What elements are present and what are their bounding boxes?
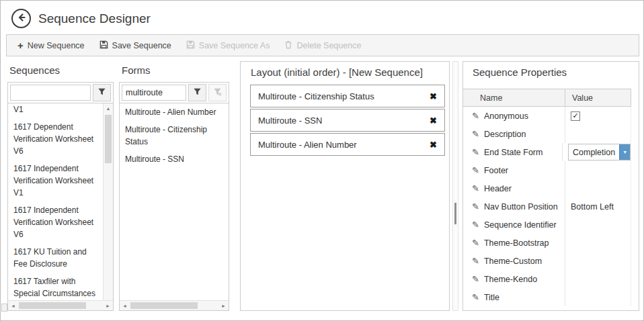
save-icon (99, 40, 108, 51)
horizontal-scroll-thumb[interactable] (130, 302, 198, 309)
panel-splitter[interactable] (452, 61, 458, 311)
property-name: Theme-Bootstrap (484, 238, 549, 248)
forms-panel-title: Forms (122, 64, 151, 76)
scroll-left-icon[interactable]: ◄ (120, 301, 130, 311)
remove-icon[interactable]: ✖ (430, 116, 437, 125)
new-sequence-button[interactable]: + New Sequence (11, 37, 91, 54)
edit-icon[interactable]: ✎ (472, 165, 479, 175)
horizontal-scroll-thumb[interactable] (19, 302, 86, 309)
property-name: Anonymous (484, 111, 528, 121)
layout-items: Multiroute - Citizenship Status ✖ Multir… (250, 85, 445, 157)
property-value (565, 270, 631, 288)
remove-icon[interactable]: ✖ (430, 140, 437, 149)
edit-icon[interactable]: ✎ (472, 256, 479, 266)
property-row: ✎Nav Button Position Bottom Left (463, 197, 631, 216)
forms-filter-button[interactable] (188, 84, 206, 101)
layout-item[interactable]: Multiroute - Citizenship Status ✖ (250, 85, 445, 107)
list-item[interactable]: 1617 KU Tuition and Fee Disclosure (8, 243, 103, 273)
property-row: ✎Sequence Identifier (463, 216, 631, 234)
edit-icon[interactable]: ✎ (472, 274, 479, 284)
forms-search-row (119, 82, 229, 103)
properties-panel-title: Sequence Properties (473, 66, 567, 78)
property-value (565, 288, 631, 306)
edit-icon[interactable]: ✎ (472, 183, 479, 193)
edit-icon[interactable]: ✎ (472, 111, 479, 121)
vertical-scroll-thumb[interactable] (105, 115, 112, 163)
column-header-name: Name (463, 89, 565, 106)
layout-item[interactable]: Multiroute - Alien Number ✖ (250, 133, 445, 156)
sequence-designer-page: Sequence Designer + New Sequence Save Se… (0, 0, 644, 321)
property-value (565, 234, 631, 252)
list-item[interactable]: 1617 Dependent Verification Worksheet V6 (8, 118, 103, 160)
scroll-up-icon[interactable]: ▲ (104, 103, 113, 113)
edit-icon[interactable]: ✎ (472, 238, 479, 248)
layout-item[interactable]: Multiroute - SSN ✖ (250, 109, 445, 132)
property-row: ✎End State Form Completion ▼ (463, 143, 631, 161)
list-item[interactable]: Multiroute - Alien Number (120, 103, 229, 121)
forms-search-input[interactable] (122, 85, 186, 101)
property-row: ✎Theme-Bootstrap (463, 234, 631, 252)
property-name: Theme-Kendo (484, 275, 537, 284)
forms-list-content: Multiroute - Alien Number Multiroute - C… (120, 103, 229, 300)
horizontal-scrollbar[interactable]: ◄ ► (8, 300, 113, 310)
list-item[interactable]: Multiroute - SSN (120, 150, 229, 168)
list-item[interactable]: 1617 Dependent Verification Worksheet V1 (8, 103, 103, 118)
edit-icon[interactable]: ✎ (472, 147, 479, 157)
anonymous-checkbox[interactable]: ✓ (571, 111, 580, 121)
forms-list: Multiroute - Alien Number Multiroute - C… (119, 103, 229, 311)
layout-item-label: Multiroute - SSN (258, 116, 430, 126)
new-sequence-label: New Sequence (28, 41, 85, 50)
edit-icon[interactable]: ✎ (472, 129, 479, 139)
save-as-icon (186, 40, 195, 51)
property-row: ✎Description (463, 125, 631, 143)
sequences-panel-title: Sequences (9, 64, 60, 76)
remove-icon[interactable]: ✖ (430, 92, 437, 101)
back-button[interactable] (11, 9, 31, 28)
vertical-scrollbar[interactable]: ▲ (103, 103, 113, 300)
property-row: ✎Footer (463, 161, 631, 179)
sequences-list: 1617 Dependent Verification Worksheet V1… (7, 103, 114, 311)
property-name: Header (484, 184, 512, 193)
property-name: Nav Button Position (484, 202, 558, 212)
save-sequence-button[interactable]: Save Sequence (93, 37, 178, 54)
list-item[interactable]: 1617 Independent Verification Worksheet … (8, 201, 103, 243)
properties-panel: Sequence Properties Name Value ✎Anonymou… (462, 61, 639, 311)
plus-icon: + (17, 40, 24, 50)
splitter-grip-icon (454, 203, 456, 224)
sequences-list-content: 1617 Dependent Verification Worksheet V1… (8, 103, 103, 300)
layout-item-label: Multiroute - Citizenship Status (258, 91, 430, 101)
property-row: ✎Header (463, 179, 631, 197)
save-sequence-label: Save Sequence (112, 41, 171, 50)
scrollbar-fragment (1, 304, 7, 312)
property-value (565, 252, 631, 270)
forms-clear-filter-button (208, 84, 227, 101)
save-sequence-as-button: Save Sequence As (179, 37, 277, 54)
list-item[interactable]: 1617 Taxfiler with Special Circumstances (8, 273, 103, 300)
property-name: Theme-Custom (484, 257, 542, 266)
dropdown-value: Completion (569, 148, 619, 157)
layout-item-label: Multiroute - Alien Number (258, 140, 430, 150)
scroll-right-icon[interactable]: ► (218, 301, 229, 311)
filter-icon (193, 87, 202, 98)
edit-icon[interactable]: ✎ (472, 292, 479, 302)
property-row: ✎Anonymous ✓ (463, 107, 631, 125)
scroll-right-icon[interactable]: ► (103, 301, 113, 311)
property-value: Bottom Left (565, 197, 631, 216)
end-state-form-dropdown[interactable]: Completion ▼ (568, 144, 631, 160)
properties-table-header: Name Value (463, 89, 631, 107)
layout-panel: Layout (initial order) - [New Sequence] … (240, 61, 450, 311)
property-name: End State Form (484, 148, 543, 157)
toolbar: + New Sequence Save Sequence Save Sequen… (6, 34, 639, 56)
property-row: ✎Theme-Kendo (463, 270, 631, 288)
edit-icon[interactable]: ✎ (472, 201, 479, 212)
property-row: ✎Theme-Custom (463, 252, 631, 270)
list-item[interactable]: Multiroute - Citizenship Status (120, 121, 229, 150)
list-item[interactable]: 1617 Independent Verification Worksheet … (8, 160, 103, 201)
scroll-left-icon[interactable]: ◄ (8, 301, 18, 311)
edit-icon[interactable]: ✎ (472, 220, 479, 230)
sequences-search-input[interactable] (10, 85, 91, 101)
properties-table: Name Value ✎Anonymous ✓ ✎Description ✎En… (463, 89, 631, 306)
delete-sequence-label: Delete Sequence (296, 41, 361, 50)
sequences-filter-button[interactable] (93, 84, 111, 101)
horizontal-scrollbar[interactable]: ◄ ► (120, 300, 229, 310)
